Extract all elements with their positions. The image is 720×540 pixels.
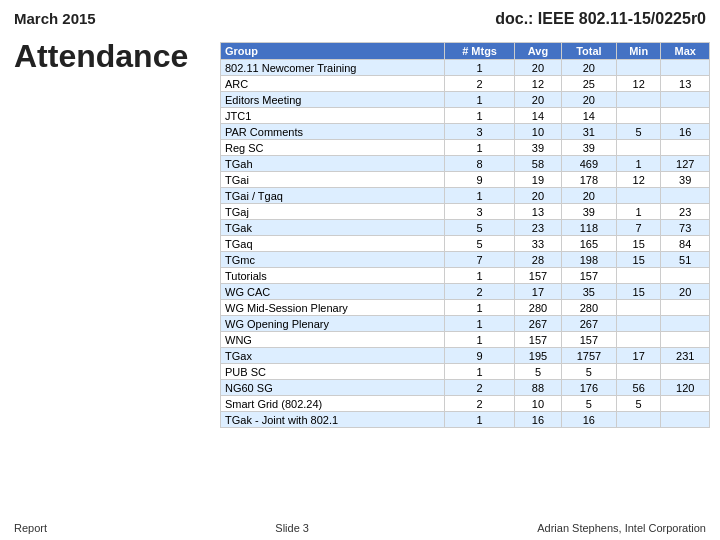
page: March 2015 doc.: IEEE 802.11-15/0225r0 A… <box>0 0 720 540</box>
cell-r19-c0: PUB SC <box>221 364 445 380</box>
cell-r21-c5 <box>661 396 710 412</box>
cell-r7-c1: 9 <box>445 172 515 188</box>
cell-r9-c5: 23 <box>661 204 710 220</box>
cell-r3-c3: 14 <box>561 108 616 124</box>
col-min: Min <box>616 43 661 60</box>
cell-r11-c3: 165 <box>561 236 616 252</box>
cell-r22-c2: 16 <box>515 412 562 428</box>
cell-r20-c2: 88 <box>515 380 562 396</box>
cell-r8-c0: TGai / Tgaq <box>221 188 445 204</box>
table-row: TGak - Joint with 802.111616 <box>221 412 710 428</box>
cell-r18-c5: 231 <box>661 348 710 364</box>
cell-r20-c5: 120 <box>661 380 710 396</box>
cell-r19-c5 <box>661 364 710 380</box>
cell-r9-c2: 13 <box>515 204 562 220</box>
col-group: Group <box>221 43 445 60</box>
cell-r4-c5: 16 <box>661 124 710 140</box>
cell-r3-c2: 14 <box>515 108 562 124</box>
month-title: March 2015 <box>14 10 96 27</box>
cell-r6-c2: 58 <box>515 156 562 172</box>
table-row: 802.11 Newcomer Training12020 <box>221 60 710 76</box>
cell-r1-c0: ARC <box>221 76 445 92</box>
cell-r13-c1: 1 <box>445 268 515 284</box>
table-row: WG Mid-Session Plenary1280280 <box>221 300 710 316</box>
cell-r3-c4 <box>616 108 661 124</box>
cell-r3-c0: JTC1 <box>221 108 445 124</box>
col-avg: Avg <box>515 43 562 60</box>
col-mtgs: # Mtgs <box>445 43 515 60</box>
cell-r11-c2: 33 <box>515 236 562 252</box>
cell-r17-c3: 157 <box>561 332 616 348</box>
table-row: PAR Comments31031516 <box>221 124 710 140</box>
cell-r0-c0: 802.11 Newcomer Training <box>221 60 445 76</box>
cell-r12-c5: 51 <box>661 252 710 268</box>
cell-r12-c4: 15 <box>616 252 661 268</box>
cell-r11-c4: 15 <box>616 236 661 252</box>
cell-r16-c2: 267 <box>515 316 562 332</box>
cell-r7-c4: 12 <box>616 172 661 188</box>
cell-r7-c2: 19 <box>515 172 562 188</box>
footer-label: Report <box>14 522 47 534</box>
cell-r8-c3: 20 <box>561 188 616 204</box>
cell-r2-c0: Editors Meeting <box>221 92 445 108</box>
attendance-table-container: Group # Mtgs Avg Total Min Max 802.11 Ne… <box>220 42 710 428</box>
table-row: TGaq5331651584 <box>221 236 710 252</box>
cell-r8-c5 <box>661 188 710 204</box>
cell-r18-c2: 195 <box>515 348 562 364</box>
cell-r18-c4: 17 <box>616 348 661 364</box>
header: March 2015 doc.: IEEE 802.11-15/0225r0 <box>14 10 706 28</box>
cell-r4-c4: 5 <box>616 124 661 140</box>
cell-r7-c5: 39 <box>661 172 710 188</box>
cell-r8-c2: 20 <box>515 188 562 204</box>
cell-r3-c1: 1 <box>445 108 515 124</box>
cell-r5-c3: 39 <box>561 140 616 156</box>
table-row: TGax9195175717231 <box>221 348 710 364</box>
cell-r13-c4 <box>616 268 661 284</box>
cell-r16-c4 <box>616 316 661 332</box>
cell-r20-c0: NG60 SG <box>221 380 445 396</box>
table-row: TGai / Tgaq12020 <box>221 188 710 204</box>
table-row: TGak523118773 <box>221 220 710 236</box>
cell-r1-c3: 25 <box>561 76 616 92</box>
cell-r6-c4: 1 <box>616 156 661 172</box>
table-row: TGaj31339123 <box>221 204 710 220</box>
cell-r5-c0: Reg SC <box>221 140 445 156</box>
cell-r0-c3: 20 <box>561 60 616 76</box>
cell-r7-c3: 178 <box>561 172 616 188</box>
cell-r4-c3: 31 <box>561 124 616 140</box>
cell-r13-c5 <box>661 268 710 284</box>
cell-r12-c3: 198 <box>561 252 616 268</box>
cell-r20-c3: 176 <box>561 380 616 396</box>
cell-r5-c5 <box>661 140 710 156</box>
cell-r10-c1: 5 <box>445 220 515 236</box>
cell-r19-c2: 5 <box>515 364 562 380</box>
cell-r21-c4: 5 <box>616 396 661 412</box>
cell-r22-c1: 1 <box>445 412 515 428</box>
cell-r10-c5: 73 <box>661 220 710 236</box>
cell-r4-c1: 3 <box>445 124 515 140</box>
cell-r11-c0: TGaq <box>221 236 445 252</box>
table-row: WG Opening Plenary1267267 <box>221 316 710 332</box>
cell-r9-c3: 39 <box>561 204 616 220</box>
cell-r15-c1: 1 <box>445 300 515 316</box>
cell-r19-c4 <box>616 364 661 380</box>
cell-r2-c3: 20 <box>561 92 616 108</box>
cell-r20-c1: 2 <box>445 380 515 396</box>
cell-r16-c1: 1 <box>445 316 515 332</box>
cell-r12-c2: 28 <box>515 252 562 268</box>
cell-r15-c2: 280 <box>515 300 562 316</box>
table-row: TGah8584691127 <box>221 156 710 172</box>
cell-r14-c3: 35 <box>561 284 616 300</box>
footer-author: Adrian Stephens, Intel Corporation <box>537 522 706 534</box>
cell-r1-c1: 2 <box>445 76 515 92</box>
cell-r8-c1: 1 <box>445 188 515 204</box>
cell-r18-c1: 9 <box>445 348 515 364</box>
cell-r18-c3: 1757 <box>561 348 616 364</box>
cell-r17-c1: 1 <box>445 332 515 348</box>
table-row: ARC212251213 <box>221 76 710 92</box>
cell-r16-c3: 267 <box>561 316 616 332</box>
cell-r2-c2: 20 <box>515 92 562 108</box>
cell-r4-c2: 10 <box>515 124 562 140</box>
cell-r5-c1: 1 <box>445 140 515 156</box>
cell-r3-c5 <box>661 108 710 124</box>
